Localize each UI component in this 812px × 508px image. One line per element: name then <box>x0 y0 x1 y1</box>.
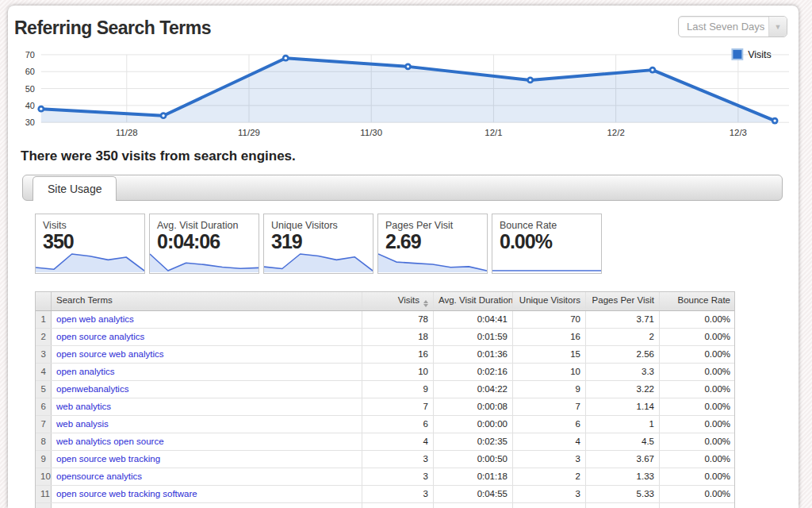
column-header-visits[interactable]: Visits <box>362 292 434 310</box>
row-number: 4 <box>36 364 52 380</box>
row-number: 5 <box>36 381 52 398</box>
table-value-cell: 1.33 <box>586 468 660 485</box>
table-value-cell: 3 <box>362 451 434 468</box>
svg-text:70: 70 <box>25 50 35 60</box>
search-term-link[interactable]: openwebanalytics <box>52 381 362 398</box>
table-row: 10opensource analytics30:01:1821.330.00% <box>36 468 734 486</box>
search-term-link[interactable]: open analytics <box>52 364 362 380</box>
metric-cards: Visits350Avg. Visit Duration0:04:06Uniqu… <box>35 214 799 274</box>
table-value-cell: 3.71 <box>586 311 660 328</box>
metric-card-label: Visits <box>43 220 144 231</box>
sort-icon <box>423 300 428 307</box>
search-term-link[interactable]: open source web tracking <box>52 451 362 468</box>
table-value-cell: 7 <box>513 398 586 415</box>
row-number: 11 <box>36 486 52 502</box>
svg-text:12/2: 12/2 <box>607 128 625 137</box>
table-value-cell: 0.00% <box>660 381 735 398</box>
table-value-cell: 3 <box>513 503 586 508</box>
table-value-cell: 16 <box>362 346 434 363</box>
search-term-link[interactable]: open web analytics <box>52 311 362 328</box>
table-row: 6web analytics70:00:0871.140.00% <box>36 398 734 416</box>
metric-card-bounce-rate: Bounce Rate0.00% <box>492 214 602 274</box>
svg-text:11/29: 11/29 <box>238 128 260 137</box>
table-row: 2open source analytics180:01:591620.00% <box>36 329 734 346</box>
column-header-search-terms[interactable]: Search Terms <box>52 292 362 310</box>
table-value-cell: 70 <box>513 311 586 328</box>
table-value-cell: 3 <box>362 486 434 502</box>
time-range-value: Last Seven Days <box>679 21 768 33</box>
table-value-cell: 2 <box>513 468 586 485</box>
table-value-cell: 0:00:08 <box>434 398 513 415</box>
table-value-cell: 0:02:16 <box>434 364 513 380</box>
metric-card-pages-per-visit: Pages Per Visit2.69 <box>377 214 488 274</box>
svg-text:60: 60 <box>25 67 35 76</box>
table-value-cell: 6 <box>513 416 586 433</box>
table-header-row: Search TermsVisitsAvg. Visit DurationUni… <box>36 292 734 311</box>
table-value-cell: 0.00% <box>660 433 735 450</box>
table-row: 9open source web tracking30:00:5033.670.… <box>36 451 734 468</box>
svg-text:11/28: 11/28 <box>116 128 138 137</box>
table-value-cell: 0:04:41 <box>434 311 513 328</box>
table-value-cell: 0.00% <box>660 346 735 363</box>
sort-down-arrow <box>423 304 428 307</box>
table-value-cell: 16 <box>513 329 586 345</box>
search-term-link[interactable]: open source web tracking software <box>52 486 362 502</box>
table-value-cell: 0:01:18 <box>434 468 513 485</box>
search-term-link[interactable]: web analysis <box>52 416 362 433</box>
table-value-cell: 9 <box>513 381 586 398</box>
table-value-cell: 78 <box>362 311 434 328</box>
table-value-cell: 0.00% <box>660 329 735 345</box>
column-header-unique-visitors[interactable]: Unique Visitors <box>513 292 586 310</box>
table-row: 8web analytics open source40:02:3544.50.… <box>36 433 734 451</box>
metric-card-avg-visit-duration: Avg. Visit Duration0:04:06 <box>149 214 259 274</box>
svg-text:Visits: Visits <box>748 49 771 60</box>
visits-chart: 304050607011/2811/2911/3012/112/212/3Vis… <box>13 47 794 144</box>
table-row: 4open analytics100:02:16103.30.00% <box>36 364 734 381</box>
row-number: 10 <box>36 468 52 485</box>
table-value-cell: 10 <box>513 364 586 380</box>
table-value-cell: 0.00% <box>660 311 735 328</box>
table-value-cell: 0:00:00 <box>434 416 513 433</box>
table-value-cell: 0:02:35 <box>434 433 513 450</box>
row-number: 1 <box>36 311 52 328</box>
time-range-select[interactable]: Last Seven Days ▼ <box>678 16 787 37</box>
table-value-cell: 10 <box>362 364 434 380</box>
table-row: 3open source web analytics160:01:36152.5… <box>36 346 734 364</box>
metric-card-unique-visitors: Unique Visitors319 <box>263 214 373 274</box>
table-row: 5openwebanalytics90:04:2293.220.00% <box>36 381 734 398</box>
column-header-avg-visit-duration[interactable]: Avg. Visit Duration <box>434 292 513 310</box>
page-header: Referring Search Terms Last Seven Days ▼ <box>8 6 799 47</box>
table-value-cell: 0.00% <box>660 486 735 502</box>
column-header-bounce-rate[interactable]: Bounce Rate <box>660 292 735 310</box>
table-value-cell: 3 <box>362 503 434 508</box>
table-value-cell: 1 <box>586 416 660 433</box>
search-terms-table: Search TermsVisitsAvg. Visit DurationUni… <box>35 291 735 508</box>
chevron-down-icon[interactable]: ▼ <box>768 17 787 37</box>
tab-site-usage[interactable]: Site Usage <box>33 176 117 201</box>
svg-text:50: 50 <box>25 84 35 94</box>
table-value-cell: 0.00% <box>660 451 735 468</box>
sparkline-avg-visit-duration <box>150 249 259 273</box>
search-term-link[interactable]: open source web analytics <box>52 346 362 363</box>
search-term-link[interactable]: opensource analytics <box>52 468 362 485</box>
table-value-cell: 3 <box>362 468 434 485</box>
search-term-link[interactable]: open source analytics <box>52 329 362 345</box>
tab-bar: Site Usage <box>22 175 783 201</box>
metric-card-label: Unique Visitors <box>271 220 373 231</box>
svg-text:11/30: 11/30 <box>360 128 382 137</box>
search-term-link[interactable]: open source website analytics <box>52 503 362 508</box>
column-header-pages-per-visit[interactable]: Pages Per Visit <box>586 292 660 310</box>
row-number: 6 <box>36 398 52 415</box>
page-title: Referring Search Terms <box>14 17 784 39</box>
summary-headline: There were 350 visits from search engine… <box>21 148 799 164</box>
chart-legend: Visits <box>732 49 771 60</box>
search-term-link[interactable]: web analytics open source <box>52 433 362 450</box>
tab-label: Site Usage <box>48 183 102 195</box>
row-number: 2 <box>36 329 52 345</box>
table-row: 1open web analytics780:04:41703.710.00% <box>36 311 734 329</box>
table-value-cell: 3 <box>513 486 586 502</box>
search-term-link[interactable]: web analytics <box>52 398 362 415</box>
svg-text:12/3: 12/3 <box>730 128 747 137</box>
table-value-cell: 4 <box>513 433 586 450</box>
table-value-cell: 0.00% <box>660 364 735 380</box>
